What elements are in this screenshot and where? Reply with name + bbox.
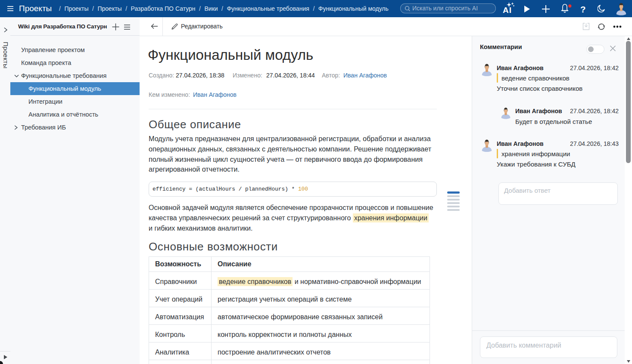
svg-text:AI: AI bbox=[503, 6, 512, 15]
